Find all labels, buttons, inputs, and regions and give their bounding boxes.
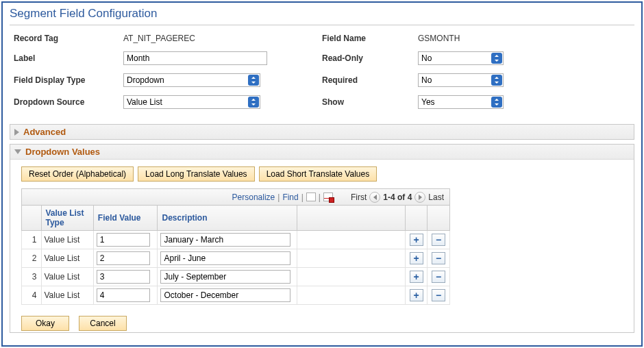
dropdown-source-label: Dropdown Source [14,97,123,107]
chevron-updown-icon [248,97,259,108]
add-row-button[interactable]: + [410,271,423,283]
dropdown-values-section: Dropdown Values Reset Order (Alphabetica… [10,144,634,333]
description-input[interactable] [160,270,290,284]
find-link[interactable]: Find [282,192,298,202]
row-type: Value List [41,268,93,286]
col-value-list-type[interactable]: Value List Type [41,206,93,231]
advanced-section[interactable]: Advanced [10,124,634,140]
separator: | [301,192,304,202]
dropdown-source-select[interactable] [123,95,260,109]
chevron-updown-icon [491,53,502,64]
separator: | [319,192,321,202]
field-display-type-label: Field Display Type [14,75,123,85]
label-label: Label [14,53,123,63]
field-value-input[interactable] [97,288,150,302]
grid-toolbar: Personalize | Find | | First 1-4 of 4 La… [21,188,450,205]
reset-order-button[interactable]: Reset Order (Alphabetical) [21,166,134,182]
table-row: 2Value List+− [22,249,450,268]
segment-field-config: Segment Field Configuration Record Tag A… [1,1,643,347]
zoom-icon[interactable] [306,192,316,201]
field-value-input[interactable] [97,233,150,247]
field-display-type-select[interactable] [123,73,260,87]
required-select[interactable] [418,73,504,87]
field-display-type-value[interactable] [123,73,260,87]
chevron-updown-icon [491,97,502,108]
remove-row-button[interactable]: − [432,271,445,283]
chevron-updown-icon [248,75,259,86]
row-type: Value List [41,231,93,249]
record-tag-label: Record Tag [14,34,123,43]
load-long-button[interactable]: Load Long Translate Values [138,166,255,182]
field-value-input[interactable] [97,270,150,284]
col-description[interactable]: Description [158,206,297,231]
row-number: 3 [22,268,42,286]
table-row: 4Value List+− [22,286,450,305]
field-value-input[interactable] [97,251,150,265]
field-name-value: GSMONTH [418,34,460,43]
okay-button[interactable]: Okay [21,316,69,331]
remove-row-button[interactable]: − [432,252,445,264]
download-icon[interactable] [323,192,333,201]
load-short-button[interactable]: Load Short Translate Values [259,166,377,182]
chevron-right-icon [14,129,19,136]
table-row: 3Value List+− [22,268,450,286]
record-tag-value: AT_NIT_PAGEREC [123,34,195,43]
remove-row-button[interactable]: − [432,234,445,246]
row-type: Value List [41,249,93,268]
description-input[interactable] [160,251,290,265]
row-number: 4 [22,286,42,305]
next-page-button[interactable] [414,192,425,203]
last-label: Last [428,192,444,202]
remove-row-button[interactable]: − [432,289,445,301]
grid-wrap: Personalize | Find | | First 1-4 of 4 La… [14,188,630,305]
advanced-title: Advanced [23,127,66,137]
show-label: Show [322,97,418,107]
read-only-label: Read-Only [322,53,418,63]
right-col: Field Name GSMONTH Read-Only Required Sh… [322,34,630,117]
required-label: Required [322,75,418,85]
row-type: Value List [41,286,93,305]
dropdown-values-body: Reset Order (Alphabetical) Load Long Tra… [10,160,634,332]
values-grid: Value List Type Field Value Description … [21,205,450,305]
page-title: Segment Field Configuration [10,5,634,25]
read-only-select[interactable] [418,51,504,65]
row-number: 1 [22,231,42,249]
row-number: 2 [22,249,42,268]
range-label: 1-4 of 4 [383,192,412,202]
separator: | [277,192,280,202]
first-label: First [351,192,367,202]
table-row: 1Value List+− [22,231,450,249]
chevron-updown-icon [491,75,502,86]
description-input[interactable] [160,288,290,302]
left-col: Record Tag AT_NIT_PAGEREC Label Field Di… [14,34,322,117]
personalize-link[interactable]: Personalize [232,192,275,202]
add-row-button[interactable]: + [410,234,423,246]
chevron-down-icon [14,149,21,154]
col-field-value[interactable]: Field Value [93,206,158,231]
description-input[interactable] [160,233,290,247]
label-field[interactable] [123,51,267,65]
dropdown-values-header[interactable]: Dropdown Values [10,145,634,160]
add-row-button[interactable]: + [410,289,423,301]
prev-page-button[interactable] [369,192,380,203]
form-area: Record Tag AT_NIT_PAGEREC Label Field Di… [10,25,634,124]
dropdown-source-value[interactable] [123,95,260,109]
show-select[interactable] [418,95,504,109]
add-row-button[interactable]: + [410,252,423,264]
cancel-button[interactable]: Cancel [79,316,127,331]
field-name-label: Field Name [322,34,418,43]
dropdown-values-title: Dropdown Values [25,147,100,157]
